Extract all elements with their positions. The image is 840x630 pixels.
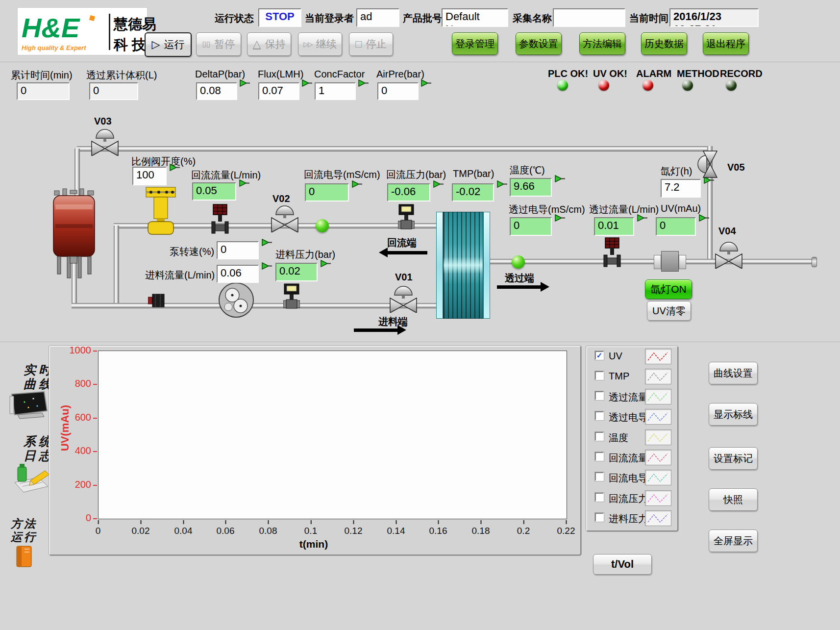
t-vol-toggle-button[interactable]: t/Vol xyxy=(593,554,652,575)
proportional-valve[interactable] xyxy=(145,186,176,235)
time-display: 2016/1/23 10:27:31 xyxy=(669,8,759,27)
flux-flag-icon xyxy=(302,79,313,87)
prop-valve-flag-icon xyxy=(170,164,180,171)
history-data-button[interactable]: 历史数据 xyxy=(641,32,687,55)
record-label: RECORD xyxy=(720,68,763,79)
exit-button[interactable]: 退出程序 xyxy=(703,32,749,55)
perm-total-volume-display: 0 xyxy=(89,82,138,100)
sidebar-item-method-run[interactable]: 方法运行 xyxy=(11,517,37,543)
continue-button[interactable]: ▷▷ 继续 xyxy=(298,32,342,56)
header-divider xyxy=(0,62,840,63)
snapshot-button[interactable]: 快照 xyxy=(709,488,758,511)
legend-checkbox-tmp[interactable] xyxy=(595,371,604,380)
airpre-display: 0 xyxy=(377,82,419,100)
valve-v04-label: V04 xyxy=(718,226,736,237)
total-time-display: 0 xyxy=(17,82,70,100)
perm-flow-label: 透过流量(L/min) xyxy=(589,203,659,216)
valve-v01[interactable] xyxy=(389,284,418,313)
y-tick-200: 200 xyxy=(64,479,91,490)
legend-checkbox-perm-flow[interactable] xyxy=(595,391,604,400)
y-tick-400: 400 xyxy=(64,445,91,456)
feed-flow-input[interactable]: 0.06 xyxy=(217,265,259,283)
deltap-label: DeltaP(bar) xyxy=(195,69,245,80)
stop-button[interactable]: □ 停止 xyxy=(349,32,393,56)
filter-right-plate xyxy=(483,212,490,319)
reflux-cond-label: 回流电导(mS/cm) xyxy=(304,168,380,181)
logo-cn1: 慧德易 xyxy=(114,15,156,34)
valve-v03[interactable] xyxy=(91,127,119,156)
show-markers-button[interactable]: 显示标线 xyxy=(709,403,758,426)
feed-flow-arrow xyxy=(354,328,398,332)
set-marks-button[interactable]: 设置标记 xyxy=(709,447,758,470)
y-tick-1000: 1000 xyxy=(64,345,91,356)
collect-name-input[interactable] xyxy=(553,8,625,27)
return-port-label: 回流端 xyxy=(387,236,417,250)
logo-divider xyxy=(109,14,110,50)
prop-valve-label: 比例阀开度(%) xyxy=(131,155,196,168)
permeate-flow-sensor xyxy=(603,237,621,268)
legend-checkbox-reflux-flow[interactable] xyxy=(595,452,604,461)
valve-v01-label: V01 xyxy=(395,272,413,283)
legend-checkbox-perm-cond[interactable] xyxy=(595,411,604,420)
xenon-lamp-button[interactable]: 氙灯ON xyxy=(645,279,692,299)
logo-accent xyxy=(89,15,95,21)
pump-speed-label: 泵转速(%) xyxy=(170,245,214,258)
legend-label-temp: 温度 xyxy=(609,431,628,445)
permeate-port-label: 透过端 xyxy=(505,272,534,285)
curve-settings-button[interactable]: 曲线设置 xyxy=(709,362,758,384)
legend-checkbox-reflux-press[interactable] xyxy=(595,493,604,502)
permeate-pipe xyxy=(489,259,814,264)
uv-ok-led xyxy=(598,80,609,91)
legend-label-perm-flow: 透过流量 xyxy=(609,391,648,404)
uv-zero-button[interactable]: UV清零 xyxy=(647,301,691,321)
run-state-label: 运行状态 xyxy=(215,12,254,25)
x-tick-6: 0.12 xyxy=(345,526,363,536)
chart-plot-area xyxy=(98,351,567,519)
total-time-label: 累计时间(min) xyxy=(11,69,73,82)
valve-v02[interactable] xyxy=(271,204,299,232)
legend-sample-reflux-press xyxy=(645,490,671,506)
legend-sample-feed-press xyxy=(645,510,671,526)
perm-cond-flag-icon xyxy=(555,214,566,222)
run-button[interactable]: ▷ 运行 xyxy=(145,32,192,57)
valve-v02-label: V02 xyxy=(272,193,290,204)
logo-abbr: H&E xyxy=(22,12,79,44)
batch-input[interactable]: Default Name xyxy=(442,8,508,27)
pause-button[interactable]: ▯▯ 暂停 xyxy=(196,32,241,56)
legend-sample-tmp xyxy=(645,369,671,384)
hold-button[interactable]: △ 保持 xyxy=(247,32,291,56)
legend-label-perm-cond: 透过电导 xyxy=(609,411,648,424)
flux-label: Flux(LMH) xyxy=(258,69,303,80)
fullscreen-button[interactable]: 全屏显示 xyxy=(709,529,758,552)
method-run-icon[interactable] xyxy=(13,544,35,570)
param-settings-button[interactable]: 参数设置 xyxy=(516,32,562,55)
tmp-display: -0.02 xyxy=(452,183,494,202)
pause-icon: ▯▯ xyxy=(202,39,211,50)
legend-label-tmp: TMP xyxy=(609,371,629,382)
perm-cond-label: 透过电导(mS/cm) xyxy=(509,203,585,216)
system-log-icon[interactable] xyxy=(11,463,52,494)
legend-label-uv: UV xyxy=(609,351,622,362)
current-user-input[interactable]: ad xyxy=(356,8,399,27)
alarm-led xyxy=(642,80,653,91)
monitor-icon[interactable] xyxy=(8,391,51,420)
alarm-label: ALARM xyxy=(636,68,671,79)
tmp-label: TMP(bar) xyxy=(453,168,494,179)
reflux-flow-flag-icon xyxy=(239,179,250,187)
valve-v04[interactable] xyxy=(715,240,743,269)
login-manage-button[interactable]: 登录管理 xyxy=(452,32,498,55)
legend-checkbox-reflux-cond[interactable] xyxy=(595,472,604,481)
legend-checkbox-temp[interactable] xyxy=(595,432,604,441)
pump-speed-input[interactable]: 0 xyxy=(217,241,259,259)
valve-v05[interactable] xyxy=(696,150,724,178)
permeate-flow-arrow xyxy=(497,285,541,289)
legend-checkbox-feed-press[interactable] xyxy=(595,513,604,522)
reflux-line-indicator-ball xyxy=(316,219,329,232)
perm-flow-display: 0.01 xyxy=(594,217,634,236)
legend-checkbox-uv[interactable]: ✓ xyxy=(595,351,604,360)
reflux-pressure-sensor xyxy=(398,204,415,234)
prop-valve-input[interactable]: 100 xyxy=(132,167,167,185)
xenon-hours-label: 氙灯(h) xyxy=(661,165,692,178)
method-edit-button[interactable]: 方法编辑 xyxy=(579,32,625,55)
x-tick-10: 0.2 xyxy=(517,526,530,536)
